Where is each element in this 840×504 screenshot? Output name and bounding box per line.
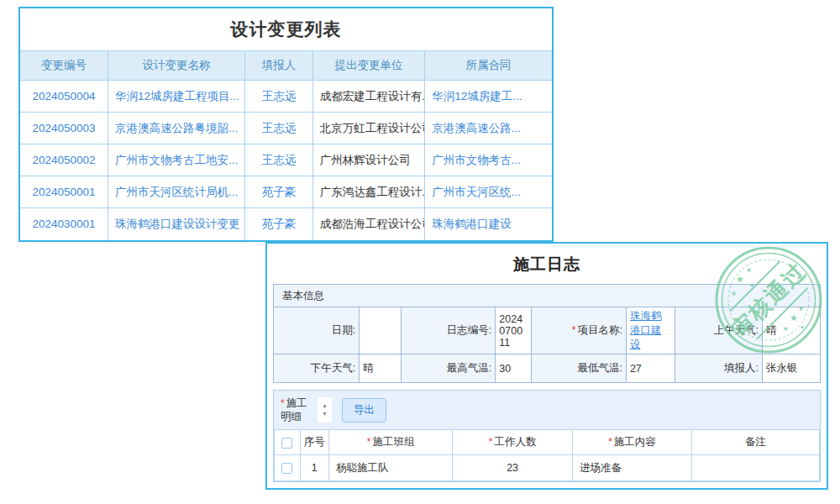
project-name-cell: 珠海鹤港口建设 xyxy=(626,307,675,354)
spinner-down-icon[interactable]: ▼ xyxy=(322,410,328,418)
export-button[interactable]: 导出 xyxy=(342,398,386,423)
construction-detail-label: *施工明细 xyxy=(281,396,312,424)
max-temp-label: 最高气温: xyxy=(402,354,496,383)
design-change-header-row: 变更编号 设计变更名称 填报人 提出变更单位 所属合同 xyxy=(20,51,552,81)
construction-log-panel: 施工日志 基本信息 日期: 日志编号: 2024070011 *项目名称: 珠海… xyxy=(265,242,828,490)
required-mark: * xyxy=(572,324,576,336)
row-checkbox[interactable] xyxy=(281,463,292,474)
row-no: 1 xyxy=(300,455,328,481)
change-name-link[interactable]: 京港澳高速公路粤境韶... xyxy=(108,113,244,144)
reporter-text: 苑子豪 xyxy=(245,208,312,240)
col-header-change-id: 变更编号 xyxy=(20,51,108,81)
row-content: 进场准备 xyxy=(572,455,691,481)
col-header-change-name: 设计变更名称 xyxy=(108,51,244,81)
design-change-table: 变更编号 设计变更名称 填报人 提出变更单位 所属合同 2024050004 华… xyxy=(20,50,552,240)
required-mark: * xyxy=(608,436,612,448)
change-name-link[interactable]: 华润12城房建工程项目... xyxy=(108,81,244,113)
min-temp-label: 最低气温: xyxy=(531,354,626,383)
project-name-label: *项目名称: xyxy=(531,307,626,354)
unit-text: 成都浩海工程设计公司 xyxy=(312,208,425,240)
col-header-unit: 提出变更单位 xyxy=(312,51,425,81)
table-row: 2024030001 珠海鹤港口建设设计变更 苑子豪 成都浩海工程设计公司 珠海… xyxy=(20,208,552,240)
date-label: 日期: xyxy=(274,307,360,354)
log-no-value: 2024070011 xyxy=(496,307,531,354)
unit-text: 广州林辉设计公司 xyxy=(312,144,425,176)
change-name-link[interactable]: 广州市文物考古工地安... xyxy=(108,144,244,176)
design-change-list-panel: 设计变更列表 变更编号 设计变更名称 填报人 提出变更单位 所属合同 20240… xyxy=(18,7,554,242)
reporter-text: 王志远 xyxy=(245,81,312,113)
reporter-label: 填报人: xyxy=(675,354,762,383)
unit-text: 广东鸿达鑫工程设计... xyxy=(312,176,425,208)
project-name-label-text: 项目名称: xyxy=(577,324,622,336)
row-team: 杨聪施工队 xyxy=(328,455,452,481)
reporter-text: 苑子豪 xyxy=(245,176,312,208)
table-row: 2024050001 广州市天河区统计局机... 苑子豪 广东鸿达鑫工程设计..… xyxy=(20,176,552,208)
change-id-link[interactable]: 2024050002 xyxy=(20,144,108,176)
detail-header-row: 序号 *施工班组 *工作人数 *施工内容 备注 xyxy=(275,430,820,455)
row-select-cell xyxy=(275,455,301,481)
pm-weather-value: 晴 xyxy=(360,354,402,383)
table-row: 2024050002 广州市文物考古工地安... 王志远 广州林辉设计公司 广州… xyxy=(20,144,552,176)
col-header-content: *施工内容 xyxy=(572,430,691,455)
change-id-link[interactable]: 2024050004 xyxy=(20,81,108,113)
design-change-list-title: 设计变更列表 xyxy=(20,8,552,50)
select-all-cell xyxy=(275,430,301,455)
log-no-label: 日志编号: xyxy=(402,307,496,354)
project-name-link[interactable]: 珠海鹤港口建设 xyxy=(630,310,662,350)
contract-link[interactable]: 广州市天河区统... xyxy=(425,176,552,208)
am-weather-value: 晴 xyxy=(762,307,820,354)
unit-text: 北京万虹工程设计公司 xyxy=(312,113,425,144)
contract-link[interactable]: 珠海鹤港口建设 xyxy=(425,208,552,240)
basic-info-form: 日期: 日志编号: 2024070011 *项目名称: 珠海鹤港口建设 上午天气… xyxy=(273,307,821,383)
col-header-team-text: 施工班组 xyxy=(372,436,414,448)
max-temp-value: 30 xyxy=(496,354,531,383)
form-row: 下午天气: 晴 最高气温: 30 最低气温: 27 填报人: 张永银 xyxy=(274,354,821,383)
min-temp-value: 27 xyxy=(626,354,675,383)
reporter-text: 王志远 xyxy=(245,113,312,144)
spinner-up-icon[interactable]: ▲ xyxy=(322,402,328,410)
col-header-workers: *工作人数 xyxy=(453,430,573,455)
contract-link[interactable]: 华润12城房建工... xyxy=(425,81,552,113)
col-header-remark: 备注 xyxy=(692,430,820,455)
change-name-link[interactable]: 广州市天河区统计局机... xyxy=(108,176,244,208)
col-header-reporter: 填报人 xyxy=(245,51,312,81)
date-value[interactable] xyxy=(360,307,402,354)
row-remark xyxy=(692,455,820,481)
construction-detail-section: *施工明细 ▲ ▼ 导出 序号 *施工班组 *工作人数 *施工内容 备注 xyxy=(273,390,821,482)
col-header-workers-text: 工作人数 xyxy=(494,436,536,448)
construction-detail-table: 序号 *施工班组 *工作人数 *施工内容 备注 1 杨聪施工队 23 进场准备 xyxy=(274,429,820,481)
change-name-link[interactable]: 珠海鹤港口建设设计变更 xyxy=(108,208,244,240)
form-row: 日期: 日志编号: 2024070011 *项目名称: 珠海鹤港口建设 上午天气… xyxy=(274,307,821,354)
change-id-link[interactable]: 2024030001 xyxy=(20,208,108,240)
construction-detail-toolbar: *施工明细 ▲ ▼ 导出 xyxy=(274,391,820,429)
required-mark: * xyxy=(281,397,285,409)
reporter-value: 张永银 xyxy=(762,354,820,383)
unit-text: 成都宏建工程设计有... xyxy=(312,81,425,113)
required-mark: * xyxy=(367,436,371,448)
change-id-link[interactable]: 2024050003 xyxy=(20,113,108,144)
contract-link[interactable]: 广州市文物考古... xyxy=(425,144,552,176)
pm-weather-label: 下午天气: xyxy=(274,354,360,383)
construction-log-title: 施工日志 xyxy=(273,244,821,284)
col-header-content-text: 施工内容 xyxy=(614,436,656,448)
col-header-no: 序号 xyxy=(300,430,328,455)
am-weather-label: 上午天气: xyxy=(675,307,762,354)
table-row: 2024050004 华润12城房建工程项目... 王志远 成都宏建工程设计有.… xyxy=(20,81,552,113)
col-header-team: *施工班组 xyxy=(328,430,452,455)
basic-info-section-header: 基本信息 xyxy=(273,284,821,307)
required-mark: * xyxy=(489,436,493,448)
table-row: 2024050003 京港澳高速公路粤境韶... 王志远 北京万虹工程设计公司 … xyxy=(20,113,552,144)
col-header-contract: 所属合同 xyxy=(425,51,552,81)
change-id-link[interactable]: 2024050001 xyxy=(20,176,108,208)
select-all-checkbox[interactable] xyxy=(281,438,292,449)
detail-spinner: ▲ ▼ xyxy=(318,397,332,423)
reporter-text: 王志远 xyxy=(245,144,312,176)
row-workers: 23 xyxy=(453,455,573,481)
detail-row: 1 杨聪施工队 23 进场准备 xyxy=(275,455,820,481)
contract-link[interactable]: 京港澳高速公路... xyxy=(425,113,552,144)
